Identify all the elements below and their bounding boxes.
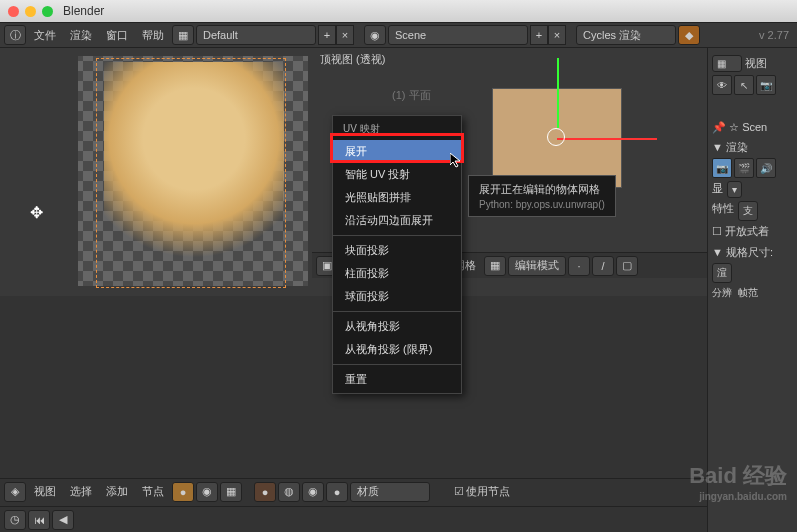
menu-help[interactable]: 帮助 [136, 28, 170, 43]
vertex-select-icon[interactable]: · [568, 256, 590, 276]
blender-logo-icon: ◆ [678, 25, 700, 45]
uv-mapping-menu: UV 映射 展开 智能 UV 投射 光照贴图拼排 沿活动四边面展开 块面投影 柱… [332, 115, 462, 394]
app-title: Blender [63, 4, 104, 18]
cursor-icon[interactable]: ↖ [734, 75, 754, 95]
render-engine: Cycles 渲染 [583, 28, 641, 43]
viewport-label: 顶视图 (透视) [312, 48, 710, 71]
top-menu-bar: ⓘ 文件 渲染 窗口 帮助 ▦ Default + × ◉ Scene + × … [0, 22, 797, 48]
texture-tree-icon[interactable]: ▦ [220, 482, 242, 502]
ctx-reset[interactable]: 重置 [333, 368, 461, 391]
rp-scene: Scen [742, 121, 767, 133]
overlay-text: (1) 平面 [392, 88, 431, 103]
rp-frames: 帧范 [738, 286, 758, 300]
material-name-field[interactable]: 材质 [350, 482, 430, 502]
render-audio-icon[interactable]: 🔊 [756, 158, 776, 178]
info-editor-icon[interactable]: ⓘ [4, 25, 26, 45]
rp-osl[interactable]: 开放式着 [725, 225, 769, 237]
layout-add[interactable]: + [318, 25, 336, 45]
ctx-sep3 [333, 364, 461, 365]
rp-view[interactable]: 视图 [745, 57, 767, 69]
material-browse-icon[interactable]: ● [326, 482, 348, 502]
minimize-window[interactable] [25, 6, 36, 17]
ctx-project-view[interactable]: 从视角投影 [333, 315, 461, 338]
rp-display: 显 [712, 181, 723, 198]
node-editor-type-icon[interactable]: ◈ [4, 482, 26, 502]
edge-select-icon[interactable]: / [592, 256, 614, 276]
watermark: Baid 经验 jingyan.baidu.com [689, 461, 787, 502]
ctx-unwrap[interactable]: 展开 [333, 140, 461, 163]
ctx-smart-uv[interactable]: 智能 UV 投射 [333, 163, 461, 186]
ne-menu-node[interactable]: 节点 [136, 484, 170, 499]
uv-selection-border[interactable] [96, 58, 286, 288]
node-editor-header: ◈ 视图 选择 添加 节点 ● ◉ ▦ ● ◍ ◉ ● 材质 ☑ 使用节点 [0, 478, 707, 504]
scene-name: Scene [395, 29, 426, 41]
rp-dimensions[interactable]: 规格尺寸: [726, 246, 773, 258]
use-nodes-toggle[interactable]: 使用节点 [466, 484, 510, 499]
object-data-icon[interactable]: ● [254, 482, 276, 502]
mode-icon[interactable]: ▦ [484, 256, 506, 276]
close-window[interactable] [8, 6, 19, 17]
scene-add[interactable]: + [530, 25, 548, 45]
maximize-window[interactable] [42, 6, 53, 17]
rp-toolbar: 👁 ↖ 📷 [712, 75, 793, 95]
ctx-cylinder-proj[interactable]: 柱面投影 [333, 262, 461, 285]
menu-file[interactable]: 文件 [28, 28, 62, 43]
scene-remove[interactable]: × [548, 25, 566, 45]
properties-panel: ▦ 视图 👁 ↖ 📷 📌 ☆ Scen ▼ 渲染 📷 🎬 🔊 显▾ 特性支 ☐ … [707, 48, 797, 532]
watermark-sub: jingyan.baidu.com [689, 491, 787, 502]
lamp-data-icon[interactable]: ◉ [302, 482, 324, 502]
x-axis-gizmo[interactable] [557, 138, 657, 140]
rp-browse[interactable]: ▦ [712, 55, 742, 72]
rp-res: 分辨 [712, 286, 732, 300]
rp-preset[interactable]: 渲 [712, 263, 732, 283]
rp-feature-dd[interactable]: 支 [738, 201, 758, 221]
shader-tree-icon[interactable]: ● [172, 482, 194, 502]
manipulator-gizmo[interactable] [547, 128, 567, 148]
ctx-project-bounds[interactable]: 从视角投影 (限界) [333, 338, 461, 361]
layout-dropdown[interactable]: Default [196, 25, 316, 45]
version-label: v 2.77 [759, 29, 793, 41]
compositor-tree-icon[interactable]: ◉ [196, 482, 218, 502]
tooltip-python: Python: bpy.ops.uv.unwrap() [479, 199, 605, 210]
ctx-follow-quads[interactable]: 沿活动四边面展开 [333, 209, 461, 232]
pin-icon[interactable]: 📌 [712, 121, 726, 133]
mode-dropdown[interactable]: 编辑模式 [508, 256, 566, 276]
titlebar: Blender [0, 0, 797, 22]
timeline-rewind-icon[interactable]: ⏮ [28, 510, 50, 530]
scene-add-remove: + × [530, 25, 566, 45]
menu-window[interactable]: 窗口 [100, 28, 134, 43]
timeline-prev-icon[interactable]: ◀ [52, 510, 74, 530]
world-data-icon[interactable]: ◍ [278, 482, 300, 502]
ctx-lightmap[interactable]: 光照贴图拼排 [333, 186, 461, 209]
mode-label: 编辑模式 [515, 258, 559, 273]
mouse-cursor-icon [450, 153, 466, 169]
layout-remove[interactable]: × [336, 25, 354, 45]
scene-dropdown[interactable]: Scene [388, 25, 528, 45]
eye-icon[interactable]: 👁 [712, 75, 732, 95]
ne-menu-add[interactable]: 添加 [100, 484, 134, 499]
ctx-title: UV 映射 [333, 118, 461, 140]
ctx-cube-proj[interactable]: 块面投影 [333, 239, 461, 262]
tooltip-desc: 展开正在编辑的物体网格 [479, 182, 605, 197]
layout-browse-icon[interactable]: ▦ [172, 25, 194, 45]
window-controls [8, 6, 53, 17]
z-axis-gizmo[interactable] [557, 58, 559, 128]
face-select-icon[interactable]: ▢ [616, 256, 638, 276]
material-name: 材质 [357, 484, 379, 499]
render-anim-icon[interactable]: 🎬 [734, 158, 754, 178]
menu-render[interactable]: 渲染 [64, 28, 98, 43]
rp-render-section[interactable]: 渲染 [726, 141, 748, 153]
layout-name: Default [203, 29, 238, 41]
scene-browse-icon[interactable]: ◉ [364, 25, 386, 45]
2d-cursor-icon[interactable]: ✥ [30, 203, 43, 222]
ne-menu-view[interactable]: 视图 [28, 484, 62, 499]
rp-feature: 特性 [712, 201, 734, 221]
ne-menu-select[interactable]: 选择 [64, 484, 98, 499]
rp-display-dd[interactable]: ▾ [727, 181, 742, 198]
ctx-sep1 [333, 235, 461, 236]
camera-icon[interactable]: 📷 [756, 75, 776, 95]
timeline-type-icon[interactable]: ◷ [4, 510, 26, 530]
render-engine-dropdown[interactable]: Cycles 渲染 [576, 25, 676, 45]
ctx-sphere-proj[interactable]: 球面投影 [333, 285, 461, 308]
render-image-icon[interactable]: 📷 [712, 158, 732, 178]
